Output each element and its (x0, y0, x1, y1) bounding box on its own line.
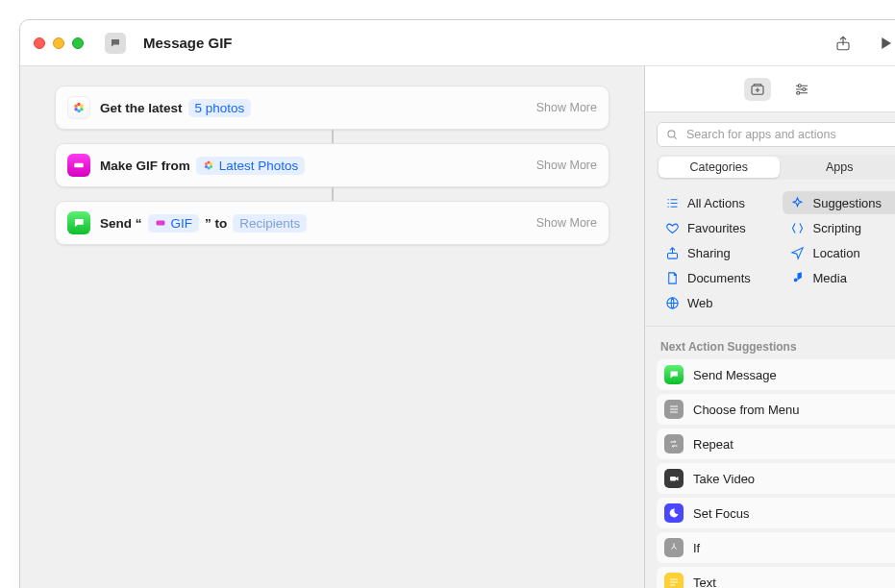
settings-toggle-button[interactable] (788, 78, 815, 101)
category-web[interactable]: Web (657, 291, 777, 314)
svg-point-2 (80, 105, 84, 109)
action-list: Get the latest 5 photos Show More Make G… (55, 86, 609, 245)
location-icon (790, 245, 806, 260)
category-suggestions[interactable]: Suggestions (783, 191, 896, 214)
svg-point-3 (80, 108, 84, 111)
action-label: Make GIF from Latest Photos (100, 157, 305, 175)
suggestion-send-message[interactable]: Send Message (657, 359, 895, 390)
show-more-button[interactable]: Show More (536, 216, 597, 230)
category-all-actions[interactable]: All Actions (657, 191, 777, 214)
suggestion-repeat[interactable]: Repeat (657, 429, 895, 459)
suggestion-label: Repeat (693, 437, 733, 452)
document-icon (664, 270, 680, 285)
menu-icon (664, 400, 684, 419)
zoom-window-button[interactable] (72, 37, 84, 49)
category-media[interactable]: Media (783, 266, 896, 289)
svg-point-4 (77, 110, 81, 113)
shortcut-title: Message GIF (143, 35, 233, 51)
list-icon (664, 195, 680, 210)
titlebar: Message GIF (20, 20, 895, 66)
share-icon (664, 245, 680, 260)
show-more-button[interactable]: Show More (536, 101, 597, 114)
category-label: Scripting (813, 221, 862, 235)
library-toggle-button[interactable] (744, 78, 771, 101)
sliders-icon (793, 81, 810, 98)
category-location[interactable]: Location (783, 241, 896, 264)
play-icon (877, 35, 894, 52)
suggestions-list: Next Action Suggestions Send Message Cho… (645, 327, 895, 588)
svg-point-12 (205, 165, 208, 168)
sparkle-icon (790, 195, 806, 210)
category-documents[interactable]: Documents (657, 266, 777, 289)
share-button[interactable] (829, 30, 858, 57)
search-icon (665, 128, 679, 141)
media-icon (790, 270, 806, 285)
shortcut-app-icon (105, 33, 126, 54)
svg-point-18 (796, 91, 799, 94)
camera-icon (664, 469, 684, 488)
svg-point-5 (74, 108, 78, 111)
category-favourites[interactable]: Favourites (657, 216, 777, 239)
action-get-latest-photos[interactable]: Get the latest 5 photos Show More (55, 86, 609, 130)
suggestion-choose-from-menu[interactable]: Choose from Menu (657, 394, 895, 425)
svg-point-17 (802, 87, 805, 90)
svg-point-19 (668, 131, 675, 137)
messages-app-icon (67, 211, 90, 234)
svg-rect-22 (670, 477, 676, 481)
category-label: Location (813, 246, 860, 260)
suggestion-label: Choose from Menu (693, 403, 800, 417)
suggestion-set-focus[interactable]: Set Focus (657, 498, 895, 528)
heart-icon (664, 220, 680, 235)
library-mode-segment[interactable]: Categories Apps (657, 155, 895, 180)
svg-point-11 (207, 167, 210, 170)
speech-bubble-icon (110, 37, 121, 49)
action-text-prefix: Make GIF from (100, 159, 190, 173)
show-more-button[interactable]: Show More (536, 159, 597, 172)
segment-categories[interactable]: Categories (659, 157, 780, 178)
action-make-gif[interactable]: Make GIF from Latest Photos Show More (55, 143, 609, 187)
action-connector (332, 187, 334, 201)
category-label: Suggestions (813, 196, 883, 210)
library-search-input[interactable] (684, 127, 893, 142)
gif-glyph-icon (72, 159, 86, 172)
titlebar-actions (829, 30, 895, 57)
moon-icon (664, 503, 684, 523)
latest-photos-variable-token[interactable]: Latest Photos (196, 157, 306, 175)
svg-point-10 (210, 165, 212, 168)
segment-apps[interactable]: Apps (780, 157, 896, 178)
text-icon (664, 573, 684, 588)
workflow-canvas[interactable]: Get the latest 5 photos Show More Make G… (20, 66, 644, 588)
recipients-placeholder[interactable]: Recipients (233, 214, 307, 233)
suggestion-text[interactable]: Text (657, 567, 895, 588)
action-label: Get the latest 5 photos (100, 99, 251, 117)
library-search[interactable] (657, 122, 895, 147)
run-button[interactable] (871, 30, 895, 57)
sidebar-toolbar (645, 66, 895, 112)
photo-count-token[interactable]: 5 photos (188, 99, 252, 117)
suggestion-take-video[interactable]: Take Video (657, 463, 895, 494)
token-text: GIF (171, 216, 193, 231)
minimize-window-button[interactable] (53, 37, 64, 49)
library-icon (749, 81, 766, 98)
editor-body: Get the latest 5 photos Show More Make G… (20, 66, 895, 588)
shortcuts-editor-window: Message GIF (19, 19, 895, 588)
scripting-icon (790, 220, 806, 235)
category-label: Media (813, 271, 847, 285)
action-text-prefix: Get the latest (100, 101, 183, 115)
category-sharing[interactable]: Sharing (657, 241, 777, 264)
svg-point-16 (798, 84, 801, 86)
branch-icon (664, 538, 684, 557)
action-send-message[interactable]: Send “ GIF ” to Recipients Show More (55, 201, 609, 245)
svg-point-13 (205, 162, 208, 165)
messages-app-icon (664, 365, 684, 384)
suggestion-if[interactable]: If (657, 532, 895, 563)
svg-point-6 (74, 105, 78, 109)
category-scripting[interactable]: Scripting (783, 216, 896, 239)
close-window-button[interactable] (34, 37, 45, 49)
category-label: Favourites (687, 221, 746, 235)
messages-bubble-icon (72, 216, 86, 230)
gif-action-icon (67, 154, 90, 177)
photos-app-icon (67, 96, 90, 119)
gif-variable-token[interactable]: GIF (148, 214, 200, 233)
action-connector (332, 130, 334, 143)
